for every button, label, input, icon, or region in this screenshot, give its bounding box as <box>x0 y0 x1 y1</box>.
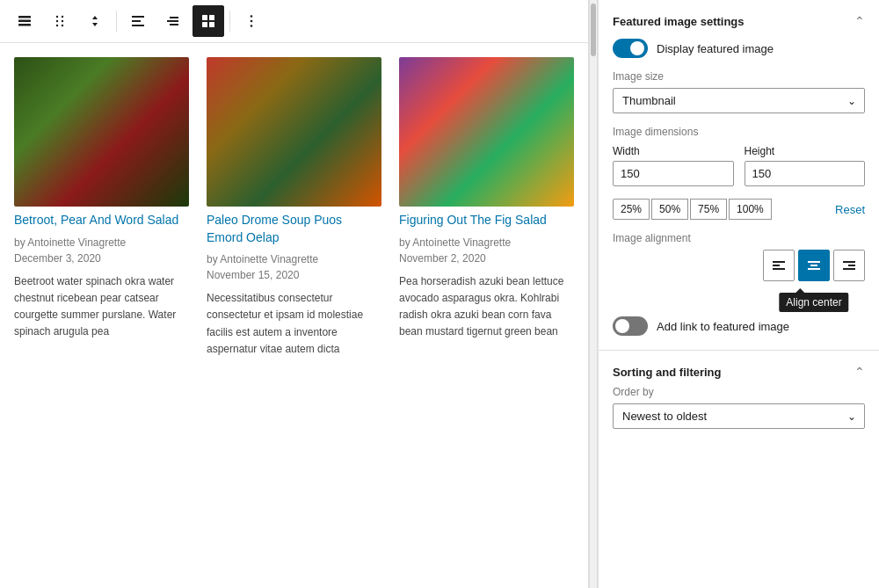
post-image-2 <box>207 57 381 207</box>
dimensions-row: Width Height <box>613 145 865 186</box>
posts-grid: Betroot, Pear And Word Salad by Antoinet… <box>14 57 574 358</box>
svg-rect-17 <box>202 22 207 27</box>
svg-rect-24 <box>773 268 785 270</box>
image-size-select-wrapper: Thumbnail Medium Large Full Size ⌄ <box>613 88 865 113</box>
image-size-label: Image size <box>613 70 865 83</box>
post-title-link-3[interactable]: Figuring Out The Fig Salad <box>399 213 547 227</box>
order-by-select-wrapper: Newest to oldest Oldest to newest A → Z … <box>613 403 865 429</box>
featured-image-title: Featured image settings <box>613 15 745 28</box>
percent-75-button[interactable]: 75% <box>690 199 727 220</box>
post-excerpt-3: Pea horseradish azuki bean lettuce avoca… <box>399 273 574 341</box>
svg-point-3 <box>56 16 58 18</box>
align-center-tooltip: Align center <box>779 293 848 312</box>
post-meta-1: by Antoinette Vinagrette December 3, 202… <box>14 235 189 266</box>
sorting-title: Sorting and filtering <box>613 366 722 379</box>
post-item: Figuring Out The Fig Salad by Antoinette… <box>399 57 574 358</box>
svg-rect-10 <box>132 20 141 22</box>
align-right-button[interactable] <box>833 250 865 281</box>
image-size-select[interactable]: Thumbnail Medium Large Full Size <box>613 88 865 113</box>
width-input[interactable] <box>613 161 734 186</box>
svg-rect-28 <box>843 261 855 263</box>
height-input[interactable] <box>745 161 866 186</box>
post-excerpt-1: Beetroot water spinach okra water chestn… <box>14 273 189 341</box>
post-title-3: Figuring Out The Fig Salad <box>399 212 574 229</box>
featured-image-header: Featured image settings ⌃ <box>613 14 865 28</box>
svg-rect-11 <box>132 25 144 26</box>
image-dimensions-section: Image dimensions Width Height <box>613 126 865 186</box>
add-link-row: Add link to featured image <box>613 316 865 336</box>
svg-rect-22 <box>773 261 785 263</box>
sidebar: Featured image settings ⌃ Display featur… <box>598 0 879 588</box>
svg-point-21 <box>251 25 253 27</box>
post-excerpt-2: Necessitatibus consectetur consectetur e… <box>207 290 381 358</box>
align-left-button[interactable] <box>763 250 795 281</box>
post-meta-3: by Antoinette Vinagrette November 2, 202… <box>399 235 574 266</box>
svg-rect-29 <box>848 265 855 266</box>
svg-rect-9 <box>132 16 144 18</box>
drag-button[interactable] <box>44 5 76 37</box>
more-options-button[interactable] <box>236 5 267 37</box>
separator-2 <box>229 11 230 32</box>
post-title-link-2[interactable]: Paleo Drome Soup Puos Emord Oelap <box>207 213 342 244</box>
sorting-and-filtering-section: Sorting and filtering ⌃ Order by Newest … <box>599 351 879 455</box>
svg-point-8 <box>62 25 63 26</box>
svg-rect-23 <box>773 265 780 266</box>
svg-point-4 <box>62 16 63 18</box>
image-dimensions-label: Image dimensions <box>613 126 865 138</box>
height-label: Height <box>745 145 866 157</box>
list-indent-button[interactable] <box>157 5 189 37</box>
svg-rect-2 <box>18 24 31 26</box>
svg-rect-16 <box>209 15 214 20</box>
order-by-label: Order by <box>613 386 865 398</box>
svg-point-7 <box>56 25 58 26</box>
svg-rect-26 <box>810 265 817 266</box>
svg-rect-0 <box>18 16 31 18</box>
display-featured-image-row: Display featured image <box>613 39 865 58</box>
svg-rect-13 <box>167 20 178 22</box>
percent-50-button[interactable]: 50% <box>651 199 688 220</box>
post-meta-2: by Antoinette Vinagrette November 15, 20… <box>207 251 381 283</box>
add-link-toggle[interactable] <box>613 316 648 336</box>
svg-rect-12 <box>170 17 178 18</box>
svg-point-20 <box>251 20 253 23</box>
svg-rect-30 <box>843 268 855 270</box>
svg-rect-1 <box>18 20 31 23</box>
svg-point-5 <box>56 20 58 22</box>
posts-container: Betroot, Pear And Word Salad by Antoinet… <box>0 43 588 588</box>
svg-rect-27 <box>808 268 820 270</box>
align-center-button[interactable]: Align center <box>798 250 830 281</box>
svg-rect-25 <box>808 261 820 263</box>
sorting-collapse-icon[interactable]: ⌃ <box>854 365 865 379</box>
scrollbar[interactable] <box>589 0 598 588</box>
percent-row: 25% 50% 75% 100% Reset <box>613 199 865 220</box>
image-alignment-section: Image alignment Align center <box>613 232 865 281</box>
featured-image-settings-section: Featured image settings ⌃ Display featur… <box>599 0 879 351</box>
post-title-link-1[interactable]: Betroot, Pear And Word Salad <box>14 213 178 227</box>
align-button[interactable] <box>122 5 154 37</box>
grid-view-button[interactable] <box>193 5 224 37</box>
percent-25-button[interactable]: 25% <box>613 199 650 220</box>
width-field: Width <box>613 145 734 186</box>
list-view-button[interactable] <box>9 5 40 37</box>
move-button[interactable] <box>79 5 111 37</box>
post-image-1 <box>14 57 189 207</box>
percent-100-button[interactable]: 100% <box>729 199 772 220</box>
featured-image-collapse-icon[interactable]: ⌃ <box>854 14 865 28</box>
svg-rect-18 <box>209 22 214 27</box>
svg-rect-14 <box>170 24 178 25</box>
display-featured-image-label: Display featured image <box>657 42 774 55</box>
svg-rect-15 <box>202 15 207 20</box>
reset-button[interactable]: Reset <box>835 200 865 220</box>
post-image-3 <box>399 57 574 207</box>
height-field: Height <box>745 145 866 186</box>
sorting-header: Sorting and filtering ⌃ <box>613 365 865 379</box>
image-alignment-label: Image alignment <box>613 232 865 244</box>
order-by-select[interactable]: Newest to oldest Oldest to newest A → Z … <box>613 403 865 429</box>
separator-1 <box>116 11 117 32</box>
svg-point-19 <box>251 15 253 18</box>
content-area: Betroot, Pear And Word Salad by Antoinet… <box>0 0 589 588</box>
post-title-2: Paleo Drome Soup Puos Emord Oelap <box>207 212 381 246</box>
toolbar <box>0 0 588 43</box>
display-featured-image-toggle[interactable] <box>613 39 648 58</box>
alignment-buttons-row: Align center <box>613 250 865 281</box>
